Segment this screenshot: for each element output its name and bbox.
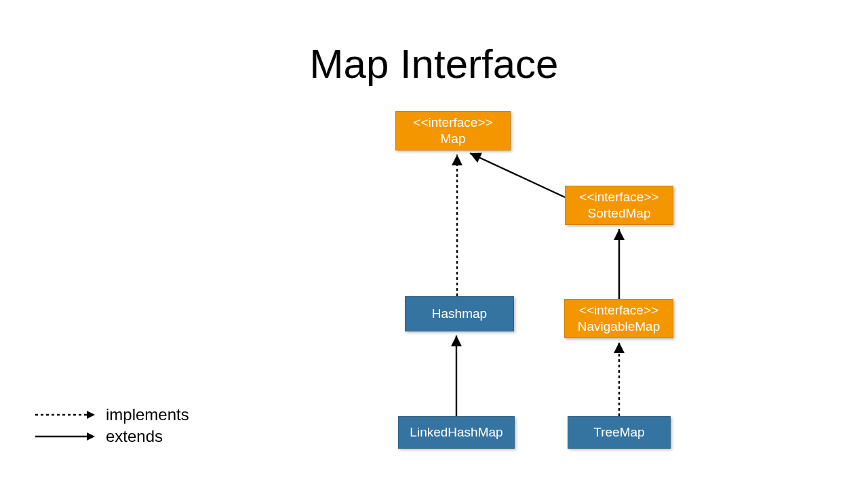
node-navigablemap-stereo: <<interface>> (579, 302, 658, 319)
legend-extends-row: extends (34, 426, 189, 447)
node-sortedmap-stereo: <<interface>> (579, 189, 658, 205)
node-map: <<interface>> Map (395, 111, 511, 150)
node-hashmap: Hashmap (405, 296, 514, 331)
edge-sortedmap-map (470, 153, 565, 197)
legend-implements-row: implements (34, 404, 189, 426)
node-linkedhashmap-name: LinkedHashMap (410, 424, 502, 441)
node-treemap: TreeMap (568, 416, 671, 449)
node-map-name: Map (441, 131, 466, 147)
legend: implements extends (34, 404, 189, 447)
diagram-title: Map Interface (0, 41, 868, 87)
legend-extends-label: extends (106, 427, 163, 446)
node-sortedmap: <<interface>> SortedMap (565, 186, 673, 225)
legend-implements-label: implements (106, 405, 189, 424)
node-map-stereo: <<interface>> (413, 115, 492, 131)
node-sortedmap-name: SortedMap (588, 205, 651, 222)
node-navigablemap: <<interface>> NavigableMap (564, 299, 673, 338)
node-navigablemap-name: NavigableMap (578, 319, 660, 335)
node-hashmap-name: Hashmap (432, 306, 487, 322)
node-treemap-name: TreeMap (593, 424, 644, 441)
legend-implements-arrow-icon (34, 407, 95, 423)
legend-extends-arrow-icon (34, 428, 95, 445)
node-linkedhashmap: LinkedHashMap (398, 416, 515, 449)
